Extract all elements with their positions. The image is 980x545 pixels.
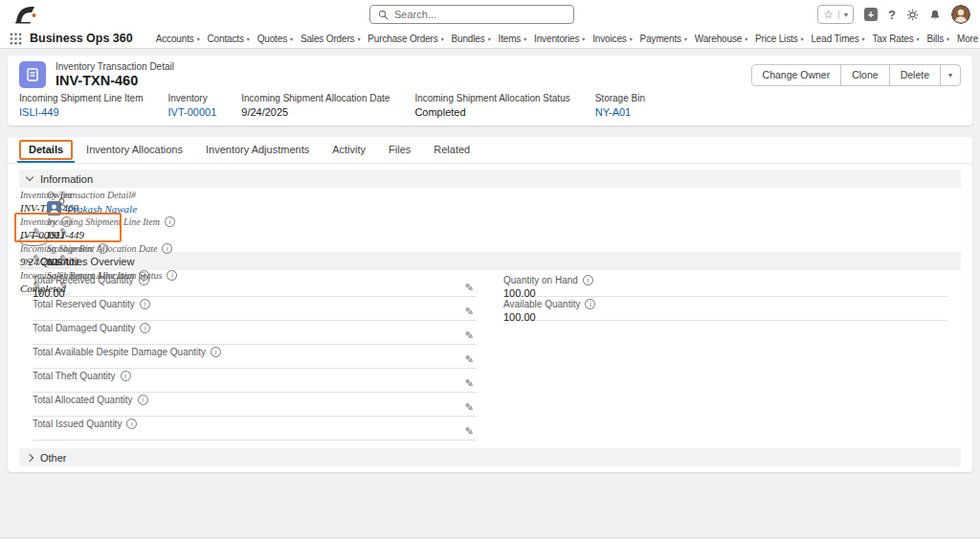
nav-item-sales-orders[interactable]: Sales Orders▾ [297, 29, 364, 48]
edit-pencil-icon[interactable]: ✎ [465, 426, 474, 437]
delete-button[interactable]: Delete [889, 64, 941, 86]
chevron-down-icon: ▾ [357, 35, 360, 42]
chevron-down-icon: ▾ [630, 35, 633, 42]
section-header-other[interactable]: Other [19, 448, 961, 466]
change-owner-icon[interactable] [56, 197, 68, 210]
help-icon[interactable]: ? [888, 9, 896, 21]
nav-item-items[interactable]: Items▾ [495, 29, 531, 48]
favorites-dropdown-icon[interactable]: ▾ [838, 11, 848, 19]
chevron-down-icon: ▾ [441, 35, 444, 42]
info-icon[interactable]: i [140, 299, 150, 309]
field-inventory: Inventoryi IVT-00001 ✎ [20, 215, 43, 241]
info-icon[interactable]: i [126, 419, 137, 429]
field-label: Total Theft Quantity [33, 371, 116, 381]
field-total-theft-quantity: Total Theft Quantityi ✎ [33, 369, 477, 393]
user-avatar[interactable] [951, 5, 970, 24]
highlight-value-link[interactable]: IVT-00001 [168, 106, 217, 118]
setup-gear-icon[interactable] [906, 9, 919, 21]
nav-item-warehouse[interactable]: Warehouse▾ [691, 29, 751, 48]
nav-item-payments[interactable]: Payments▾ [636, 29, 691, 48]
field-total-allocated-quantity: Total Allocated Quantityi ✎ [33, 393, 477, 417]
highlight-value-link[interactable]: ISLI-449 [19, 106, 144, 118]
field-label: Total Received Quantity [33, 275, 134, 285]
global-header: ☆ ▾ + ? [0, 0, 980, 29]
highlights-panel: Incoming Shipment Line Item ISLI-449 Inv… [8, 91, 972, 125]
edit-pencil-icon[interactable]: ✎ [465, 378, 474, 389]
chevron-down-icon: ▾ [582, 35, 585, 42]
quick-add-icon[interactable]: + [864, 8, 878, 21]
field-value: 100.00 [503, 311, 924, 323]
info-icon[interactable]: i [583, 275, 593, 285]
search-icon [378, 10, 389, 20]
tab-details[interactable]: Details [17, 137, 75, 163]
info-icon[interactable]: i [139, 275, 149, 285]
edit-pencil-icon[interactable]: ✎ [32, 227, 40, 238]
nav-item-bundles[interactable]: Bundles▾ [448, 29, 495, 48]
highlight-label: Incoming Shipment Allocation Status [414, 93, 569, 103]
chevron-down-icon: ▾ [684, 35, 687, 42]
record-tabs: Details Inventory Allocations Inventory … [8, 137, 972, 164]
favorites-star-icon[interactable]: ☆ [823, 9, 838, 20]
chevron-down-icon: ▾ [917, 35, 920, 42]
nav-item-price-lists[interactable]: Price Lists▾ [751, 29, 807, 48]
tab-activity[interactable]: Activity [321, 137, 377, 163]
nav-item-purchase-orders[interactable]: Purchase Orders▾ [364, 29, 447, 48]
field-quantity-on-hand: Quantity on Handi 100.00 [503, 273, 947, 297]
nav-item-contacts[interactable]: Contacts▾ [204, 29, 254, 48]
field-value [33, 431, 454, 443]
tab-related[interactable]: Related [422, 137, 481, 163]
field-total-damaged-quantity: Total Damaged Quantityi ✎ [33, 321, 477, 345]
edit-pencil-icon[interactable]: ✎ [465, 402, 474, 413]
chevron-right-icon [26, 453, 33, 461]
edit-pencil-icon[interactable]: ✎ [465, 330, 474, 341]
nav-item-inventories[interactable]: Inventories▾ [530, 29, 589, 48]
field-label: Total Issued Quantity [33, 419, 122, 429]
edit-pencil-icon[interactable]: ✎ [58, 227, 67, 238]
info-icon[interactable]: i [211, 347, 221, 357]
info-icon[interactable]: i [98, 243, 108, 254]
field-label: Total Reserved Quantity [33, 299, 135, 309]
section-header-information[interactable]: Information [19, 170, 961, 188]
highlight-incoming-shipment-allocation-date: Incoming Shipment Allocation Date 9/24/2… [241, 93, 390, 118]
section-title: Other [40, 452, 67, 464]
nav-item-lead-times[interactable]: Lead Times▾ [807, 29, 868, 48]
field-available-quantity: Available Quantityi 100.00 [503, 297, 947, 321]
more-actions-button[interactable]: ▾ [940, 64, 961, 86]
nav-item-bills[interactable]: Bills▾ [923, 29, 952, 48]
chevron-down-icon [26, 173, 33, 181]
tab-files[interactable]: Files [377, 137, 422, 163]
nav-item-accounts[interactable]: Accounts▾ [152, 29, 204, 48]
edit-pencil-icon[interactable]: ✎ [465, 283, 474, 293]
global-search[interactable] [369, 5, 574, 24]
nav-item-invoices[interactable]: Invoices▾ [589, 29, 635, 48]
search-input[interactable] [394, 9, 566, 20]
quantities-fields: Total Received Quantityi 100.00 ✎ Total … [19, 270, 961, 443]
info-icon[interactable]: i [165, 216, 175, 227]
highlight-value-link[interactable]: NY-A01 [595, 106, 645, 118]
owner-link[interactable]: Prakash Nawale [67, 203, 137, 215]
nav-item-quotes[interactable]: Quotes▾ [254, 29, 297, 48]
nav-item-more[interactable]: More▾ [953, 29, 980, 48]
change-owner-button[interactable]: Change Owner [751, 64, 842, 86]
edit-pencil-icon[interactable]: ✎ [465, 354, 474, 365]
tab-inventory-adjustments[interactable]: Inventory Adjustments [194, 137, 321, 163]
app-name[interactable]: Business Ops 360 [30, 32, 133, 45]
notifications-bell-icon[interactable] [929, 9, 941, 21]
info-icon[interactable]: i [585, 299, 595, 309]
edit-pencil-icon[interactable]: ✎ [58, 254, 67, 264]
chevron-down-icon: ▾ [745, 35, 747, 42]
nav-item-tax-rates[interactable]: Tax Rates▾ [868, 29, 923, 48]
app-launcher-icon[interactable] [10, 33, 22, 45]
section-header-quantities-overview[interactable]: Quantities Overview [19, 252, 961, 270]
quantities-right-column: Quantity on Handi 100.00 Available Quant… [503, 273, 947, 441]
record-entity-label: Inventory Transaction Detail [56, 61, 174, 72]
highlight-value: 9/24/2025 [241, 106, 390, 118]
info-icon[interactable]: i [138, 395, 148, 405]
clone-button[interactable]: Clone [840, 64, 889, 86]
info-icon[interactable]: i [140, 323, 150, 333]
tab-inventory-allocations[interactable]: Inventory Allocations [75, 137, 194, 163]
edit-pencil-icon[interactable]: ✎ [465, 307, 474, 317]
info-icon[interactable]: i [121, 371, 131, 381]
information-fields: Inventory Transaction Detail# INV-TXN-46… [19, 236, 48, 246]
record-header-row: Inventory Transaction Detail INV-TXN-460… [8, 56, 972, 91]
